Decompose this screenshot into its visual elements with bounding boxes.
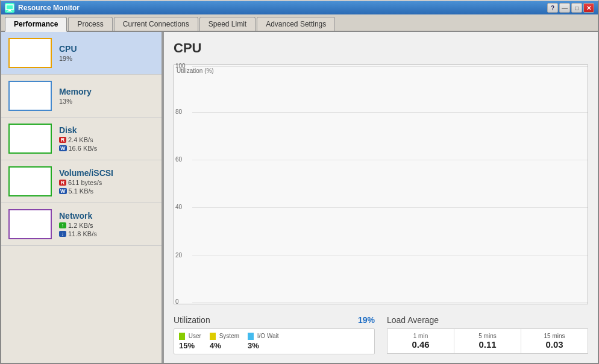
cpu-info: CPU 19%: [59, 44, 77, 62]
gridline-60: 60: [192, 160, 588, 160]
load-average-section: Load Average 1 min 0.46 5 mins 0.11 15 m…: [387, 315, 588, 354]
iowait-value: 3%: [248, 341, 259, 350]
system-bar: System 4%: [210, 333, 239, 350]
volume-info: Volume/iSCSI R 611 bytes/s W 5.1 KB/s: [59, 168, 113, 195]
svg-rect-1: [8, 10, 11, 11]
network-up-badge: ↑: [59, 222, 66, 228]
close-button[interactable]: ✕: [583, 3, 594, 13]
load-15min-label: 15 mins: [527, 333, 582, 339]
network-label: Network: [59, 211, 97, 221]
gridline-0: 0: [192, 302, 588, 303]
load-5min-value: 0.11: [460, 339, 515, 350]
memory-label: Memory: [59, 87, 92, 96]
user-label: User: [179, 333, 201, 340]
network-info: Network ↑ 1.2 KB/s ↓ 11.8 KB/s: [59, 211, 97, 237]
volume-label: Volume/iSCSI: [59, 168, 113, 178]
cpu-mini-graph: [8, 38, 52, 68]
bottom-stats: Utilization 19% User 15%: [174, 315, 588, 354]
sidebar: CPU 19% Memory 13% Disk R 2.4: [1, 32, 163, 363]
load-1min: 1 min 0.46: [387, 329, 454, 353]
disk-mini-graph: [8, 124, 52, 154]
utilization-section: Utilization 19% User 15%: [174, 315, 375, 354]
gridline-20: 20: [192, 256, 588, 256]
help-button[interactable]: ?: [547, 3, 558, 13]
load-1min-label: 1 min: [394, 333, 448, 339]
user-bar: User 15%: [179, 333, 201, 350]
volume-write-badge: W: [59, 188, 67, 194]
tab-connections[interactable]: Current Connections: [114, 17, 198, 31]
disk-stat1: R 2.4 KB/s: [59, 136, 97, 143]
load-5min-label: 5 mins: [460, 333, 515, 339]
disk-write-badge: W: [59, 145, 67, 151]
disk-info: Disk R 2.4 KB/s W 16.6 KB/s: [59, 125, 97, 152]
disk-stat2: W 16.6 KB/s: [59, 145, 97, 152]
memory-stat: 13%: [59, 98, 92, 105]
gridlabel-0: 0: [175, 298, 179, 305]
panel-title: CPU: [174, 40, 588, 56]
volume-stat1: R 611 bytes/s: [59, 179, 113, 186]
iowait-label: I/O Wait: [248, 333, 279, 340]
gridlabel-40: 40: [175, 204, 182, 210]
tab-advanced[interactable]: Advanced Settings: [257, 17, 335, 31]
stat-bars: User 15% System 4%: [174, 328, 375, 354]
volume-mini-graph: [8, 166, 52, 196]
volume-stat2: W 5.1 KB/s: [59, 187, 113, 195]
tab-performance[interactable]: Performance: [5, 17, 67, 32]
svg-rect-0: [6, 5, 13, 10]
iowait-bar: I/O Wait 3%: [248, 333, 279, 350]
utilization-title: Utilization: [174, 315, 210, 325]
disk-read-badge: R: [59, 137, 66, 143]
gridlabel-100: 100: [175, 63, 186, 69]
main-window: Resource Monitor ? — □ ✕ Performance Pro…: [0, 0, 599, 364]
sidebar-item-cpu[interactable]: CPU 19%: [1, 32, 162, 75]
memory-mini-graph: [8, 81, 52, 111]
volume-read-badge: R: [59, 180, 66, 186]
maximize-button[interactable]: □: [571, 3, 582, 13]
tab-speedlimit[interactable]: Speed Limit: [199, 17, 256, 31]
chart-grid: 100 80 60 40 20 0: [192, 65, 588, 304]
gridlabel-80: 80: [175, 108, 182, 115]
gridline-40: 40: [192, 207, 588, 208]
minimize-button[interactable]: —: [559, 3, 570, 13]
load-header: Load Average: [387, 315, 588, 328]
app-icon: [5, 3, 14, 13]
network-stat2: ↓ 11.8 KB/s: [59, 230, 97, 237]
disk-label: Disk: [59, 125, 97, 135]
sidebar-item-memory[interactable]: Memory 13%: [1, 75, 162, 118]
gridline-100: 100: [192, 66, 588, 67]
load-title: Load Average: [387, 315, 439, 325]
content-area: CPU 19% Memory 13% Disk R 2.4: [1, 32, 598, 363]
window-title: Resource Monitor: [18, 4, 80, 12]
title-bar-left: Resource Monitor: [5, 3, 80, 13]
tab-process[interactable]: Process: [68, 17, 112, 31]
network-mini-graph: [8, 209, 52, 239]
load-5min: 5 mins 0.11: [454, 329, 521, 353]
load-1min-value: 0.46: [394, 339, 448, 350]
tabs-bar: Performance Process Current Connections …: [1, 14, 598, 32]
sidebar-item-disk[interactable]: Disk R 2.4 KB/s W 16.6 KB/s: [1, 118, 162, 160]
sidebar-item-volume[interactable]: Volume/iSCSI R 611 bytes/s W 5.1 KB/s: [1, 160, 162, 203]
system-value: 4%: [210, 341, 221, 350]
gridline-80: 80: [192, 112, 588, 113]
gridlabel-20: 20: [175, 252, 182, 259]
cpu-chart: Utilization (%) 100 80 60 40 20: [174, 64, 588, 304]
svg-rect-2: [7, 11, 12, 11]
cpu-stat: 19%: [59, 55, 77, 62]
utilization-header: Utilization 19%: [174, 315, 375, 328]
main-panel: CPU Utilization (%) 100 80 60 40: [164, 32, 598, 363]
user-color: [179, 333, 185, 340]
title-bar: Resource Monitor ? — □ ✕: [1, 1, 598, 14]
load-15min: 15 mins 0.03: [521, 329, 588, 353]
sidebar-item-network[interactable]: Network ↑ 1.2 KB/s ↓ 11.8 KB/s: [1, 203, 162, 246]
system-color: [210, 333, 216, 340]
network-stat1: ↑ 1.2 KB/s: [59, 222, 97, 229]
load-avg-box: 1 min 0.46 5 mins 0.11 15 mins 0.03: [387, 328, 588, 354]
memory-info: Memory 13%: [59, 87, 92, 105]
user-value: 15%: [179, 341, 195, 350]
utilization-percentage: 19%: [358, 315, 375, 325]
network-down-badge: ↓: [59, 231, 66, 237]
gridlabel-60: 60: [175, 156, 182, 163]
iowait-color: [248, 333, 254, 340]
load-15min-value: 0.03: [527, 339, 582, 350]
cpu-label: CPU: [59, 44, 77, 54]
